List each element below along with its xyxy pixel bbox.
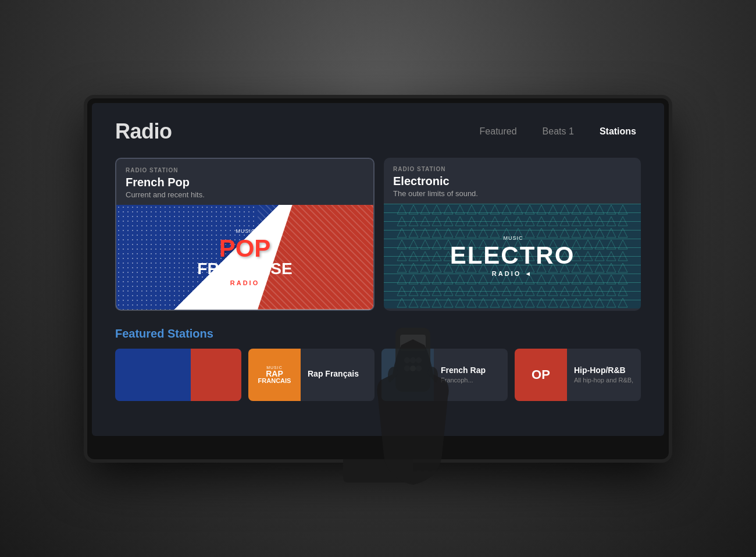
featured-hiphop-thumb: OP	[515, 349, 567, 401]
featured-french-rap-title: French Rap	[441, 366, 486, 375]
fp-pop-text: POP	[197, 236, 292, 261]
featured-section-title: Featured Stations	[115, 327, 641, 340]
tab-beats1[interactable]: Beats 1	[538, 124, 579, 139]
electro-text-container: MUSIC ELECTRO RADIO ◄	[450, 235, 575, 277]
rap-title-art: RAP	[258, 370, 291, 378]
featured-hiphop-title: Hip-Hop/R&B	[574, 366, 633, 375]
fp-apple-music-label: MUSIC	[197, 228, 292, 234]
fp-francaise-text: FRANÇAISE	[197, 261, 292, 277]
featured-french-rap-info: French Rap Francoph...	[434, 349, 493, 401]
header: Radio Featured Beats 1 Stations	[115, 119, 641, 144]
app-title: Radio	[115, 119, 172, 144]
main-cards-row: RADIO STATION French Pop Current and rec…	[115, 158, 641, 311]
featured-hiphop-info: Hip-Hop/R&B All hip-hop and R&B,	[567, 349, 640, 401]
french-pop-card[interactable]: RADIO STATION French Pop Current and rec…	[115, 158, 375, 311]
tv-screen: Radio Featured Beats 1 Stations RADIO ST…	[92, 103, 664, 436]
featured-french-rap[interactable]: French Rap Francoph...	[381, 349, 508, 401]
rap-text: MUSIC RAP FRANCAIS	[258, 366, 291, 384]
french-pop-title: French Pop	[126, 176, 364, 189]
featured-hiphop[interactable]: OP Hip-Hop/R&B All hip-hop and R&B,	[515, 349, 641, 401]
tv-stand	[343, 459, 413, 483]
rap-artwork: MUSIC RAP FRANCAIS	[248, 349, 301, 401]
featured-stations-row: French Pop Current and recent hits. MUSI…	[115, 349, 641, 401]
french-pop-info: RADIO STATION French Pop Current and rec…	[116, 159, 373, 205]
electro-radio-text: RADIO ◄	[450, 270, 575, 277]
featured-french-rap-thumb	[381, 349, 434, 401]
electronic-subtitle: The outer limits of sound.	[393, 189, 632, 198]
electro-apple-music-label: MUSIC	[450, 235, 575, 241]
hiphop-art-text: OP	[532, 367, 550, 382]
electro-artwork: MUSIC ELECTRO RADIO ◄	[384, 204, 641, 308]
fp-radio-text: RADIO	[197, 279, 292, 286]
electronic-card[interactable]: RADIO STATION Electronic The outer limit…	[384, 158, 641, 311]
tab-stations[interactable]: Stations	[595, 124, 641, 139]
featured-rap-info: Rap Français	[301, 349, 366, 401]
electronic-info: RADIO STATION Electronic The outer limit…	[384, 158, 641, 204]
featured-fp-thumb	[115, 349, 241, 401]
french-pop-subtitle: Current and recent hits.	[126, 190, 364, 199]
featured-rap-thumb: MUSIC RAP FRANCAIS	[248, 349, 301, 401]
featured-rap-francais[interactable]: MUSIC RAP FRANCAIS Rap Français	[248, 349, 375, 401]
featured-french-rap-subtitle: Francoph...	[441, 377, 486, 384]
french-pop-label: RADIO STATION	[126, 167, 364, 173]
featured-hiphop-subtitle: All hip-hop and R&B,	[574, 377, 633, 384]
tab-featured[interactable]: Featured	[475, 124, 522, 139]
electro-title-text: ELECTRO	[450, 243, 575, 268]
featured-stations-section: Featured Stations French Pop Current and…	[115, 327, 641, 401]
nav-tabs: Featured Beats 1 Stations	[475, 124, 641, 139]
rap-subtitle-art: FRANCAIS	[258, 378, 291, 384]
electronic-title: Electronic	[393, 175, 632, 188]
fp-text-container: MUSIC POP FRANÇAISE RADIO	[197, 228, 292, 286]
featured-french-pop[interactable]: French Pop Current and recent hits.	[115, 349, 241, 401]
featured-rap-title: Rap Français	[308, 369, 359, 378]
tv-unit: Radio Featured Beats 1 Stations RADIO ST…	[87, 98, 669, 459]
french-pop-artwork: MUSIC POP FRANÇAISE RADIO	[116, 205, 373, 310]
electronic-label: RADIO STATION	[393, 166, 632, 172]
fp-stripe	[191, 349, 241, 401]
